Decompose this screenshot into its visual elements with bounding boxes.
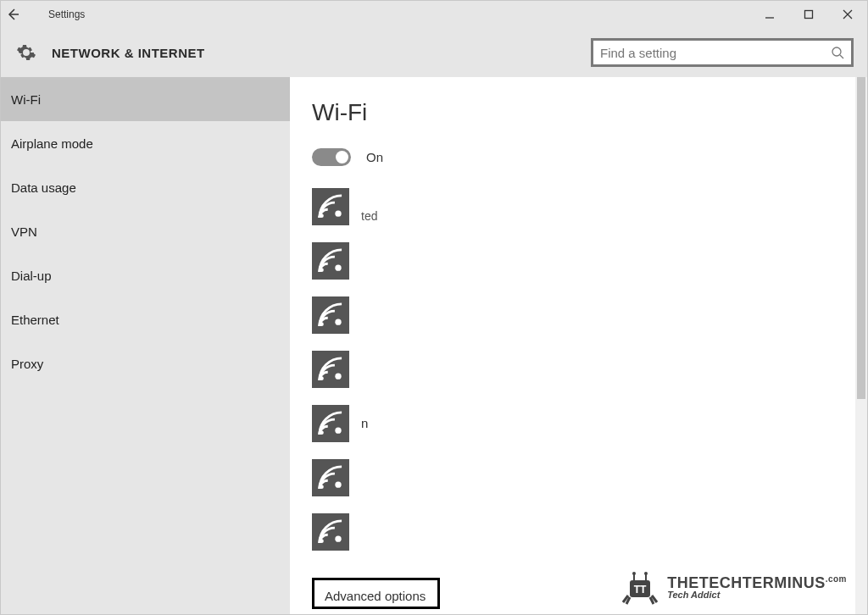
- sidebar-item-label: Data usage: [11, 180, 76, 195]
- titlebar: Settings: [1, 1, 867, 28]
- network-item[interactable]: [312, 513, 833, 551]
- network-ssid-fragment: n: [361, 416, 368, 430]
- body: Wi-Fi Airplane mode Data usage VPN Dial-…: [1, 77, 867, 614]
- sidebar-item-label: Dial-up: [11, 269, 52, 283]
- content-area: Wi-Fi On: [290, 77, 867, 614]
- settings-window: Settings NETWORK & INTERNET: [0, 0, 868, 615]
- sidebar-item-airplane[interactable]: Airplane mode: [1, 121, 290, 165]
- sidebar-item-ethernet[interactable]: Ethernet: [1, 297, 290, 341]
- network-item[interactable]: [312, 351, 833, 388]
- scrollbar[interactable]: [855, 77, 867, 614]
- svg-point-2: [320, 213, 324, 218]
- svg-point-15: [335, 536, 341, 542]
- svg-point-8: [320, 376, 324, 380]
- network-item[interactable]: [312, 296, 833, 334]
- sidebar-item-label: Ethernet: [11, 313, 59, 327]
- window-title: Settings: [48, 8, 85, 20]
- svg-point-5: [335, 265, 341, 271]
- sidebar-item-vpn[interactable]: VPN: [1, 209, 290, 253]
- sidebar-item-proxy[interactable]: Proxy: [1, 341, 290, 385]
- svg-point-3: [335, 211, 341, 217]
- svg-point-12: [320, 485, 324, 489]
- gear-icon: [16, 42, 36, 63]
- svg-point-11: [335, 428, 341, 434]
- back-button[interactable]: [6, 8, 30, 21]
- svg-rect-0: [805, 11, 813, 19]
- svg-point-7: [335, 319, 341, 325]
- advanced-options-label: Advanced options: [325, 589, 426, 603]
- wifi-toggle-row: On: [312, 148, 833, 166]
- sidebar-item-label: Wi-Fi: [11, 92, 41, 107]
- sidebar-item-wifi[interactable]: Wi-Fi: [1, 77, 290, 121]
- wifi-secure-icon: [312, 351, 349, 388]
- advanced-options-link[interactable]: Advanced options: [312, 578, 440, 609]
- scrollbar-thumb[interactable]: [857, 77, 865, 399]
- sidebar: Wi-Fi Airplane mode Data usage VPN Dial-…: [1, 77, 290, 614]
- wifi-secure-icon: [312, 296, 349, 334]
- sidebar-item-label: Proxy: [11, 357, 43, 371]
- svg-point-4: [320, 268, 324, 272]
- close-button[interactable]: [828, 1, 867, 28]
- svg-point-6: [320, 322, 324, 326]
- search-icon: [831, 46, 844, 59]
- wifi-secure-icon: [312, 513, 349, 551]
- toggle-knob: [336, 151, 348, 163]
- sidebar-item-dialup[interactable]: Dial-up: [1, 253, 290, 297]
- wifi-secure-icon: [312, 242, 349, 280]
- wifi-panel: Wi-Fi On: [290, 77, 855, 614]
- search-box[interactable]: [591, 38, 854, 67]
- network-item[interactable]: n: [312, 405, 833, 442]
- svg-point-9: [335, 374, 341, 380]
- wifi-secure-icon: [312, 405, 349, 442]
- category-heading: NETWORK & INTERNET: [52, 46, 205, 60]
- svg-point-1: [832, 47, 841, 56]
- network-item[interactable]: [312, 459, 833, 496]
- network-status-fragment: ted: [361, 209, 377, 223]
- wifi-secure-icon: [312, 188, 349, 225]
- svg-point-13: [335, 482, 341, 488]
- minimize-button[interactable]: [750, 1, 789, 28]
- network-item[interactable]: [312, 242, 833, 280]
- sidebar-item-label: VPN: [11, 224, 37, 239]
- maximize-button[interactable]: [789, 1, 828, 28]
- wifi-secure-icon: [312, 459, 349, 496]
- wifi-toggle[interactable]: [312, 148, 351, 166]
- network-list: ted: [312, 188, 833, 551]
- svg-point-14: [320, 539, 324, 543]
- wifi-toggle-label: On: [366, 150, 383, 164]
- sidebar-item-label: Airplane mode: [11, 136, 93, 151]
- header: NETWORK & INTERNET: [1, 28, 867, 77]
- svg-point-10: [320, 430, 324, 435]
- network-item[interactable]: ted: [312, 188, 833, 225]
- search-input[interactable]: [600, 46, 831, 60]
- sidebar-item-data-usage[interactable]: Data usage: [1, 165, 290, 209]
- page-title: Wi-Fi: [312, 99, 833, 126]
